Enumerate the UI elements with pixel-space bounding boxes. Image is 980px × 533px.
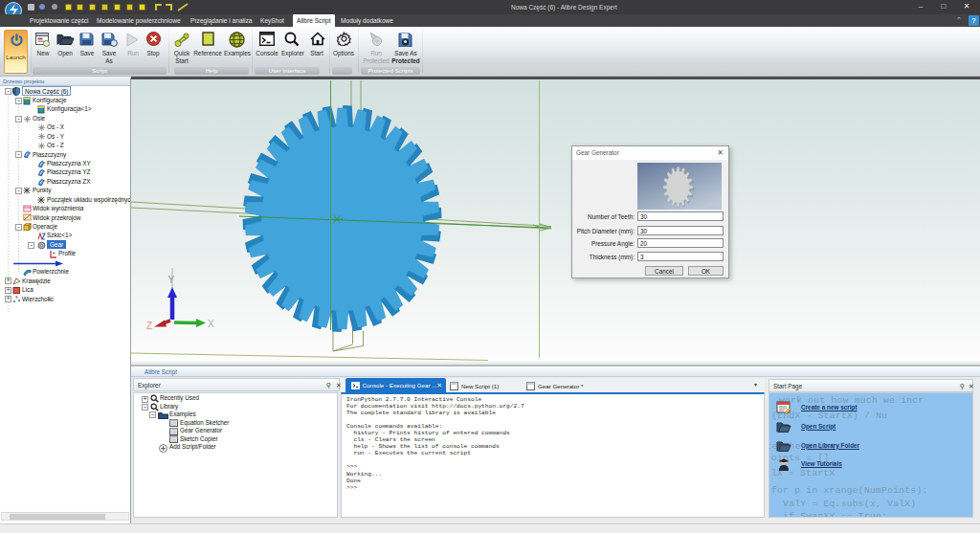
- svg-text:Z: Z: [146, 321, 152, 331]
- svg-text:Y: Y: [168, 275, 175, 285]
- svg-text:X: X: [208, 319, 214, 329]
